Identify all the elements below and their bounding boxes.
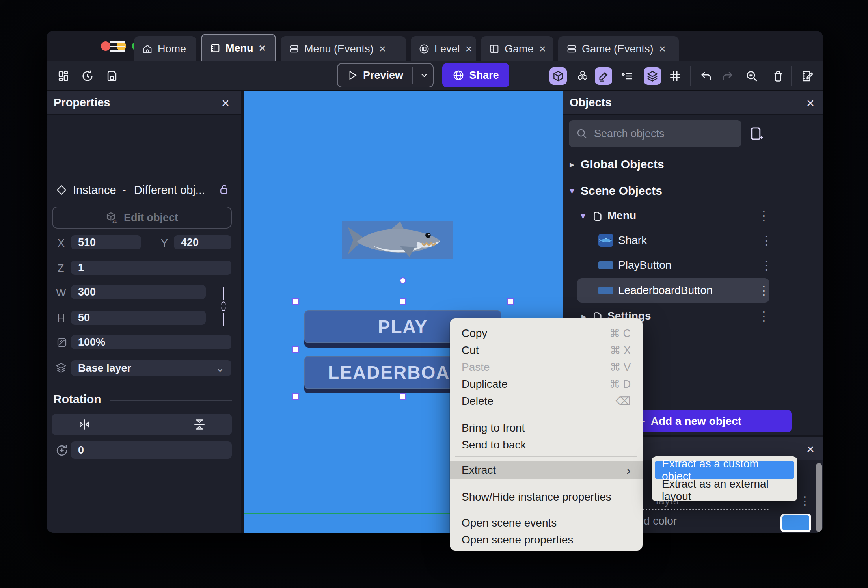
z-label: Z [58,262,64,275]
objects-panel-toggle[interactable] [549,67,567,85]
link-chain-icon[interactable] [218,300,229,312]
h-input[interactable] [71,311,206,325]
kebab-menu-icon[interactable]: ⋮ [758,283,770,298]
tab-bar: Home Menu × Menu (Events) × Level × Game [47,31,823,61]
menu-item-open-scene-events[interactable]: Open scene events [450,514,643,531]
global-objects-group[interactable]: ▸ Global Objects [563,154,823,175]
menu-item-cut[interactable]: Cut⌘ X [450,342,643,359]
menu-item-duplicate[interactable]: Duplicate⌘ D [450,376,643,393]
tab-close-icon[interactable]: × [539,42,546,56]
selection-handle[interactable] [292,298,299,305]
menu-item-label: Extract as an external layout [662,478,787,503]
instance-properties-button[interactable] [618,67,637,85]
submenu-item-extract-custom-object[interactable]: Extract as a custom object [655,461,794,479]
x-input[interactable] [71,235,141,249]
save-button[interactable] [105,67,119,85]
submenu-item-extract-external-layout[interactable]: Extract as an external layout [655,481,794,499]
menu-item-extract[interactable]: Extract› [450,461,643,479]
kebab-menu-icon[interactable]: ⋮ [799,494,811,508]
unlock-icon[interactable] [218,183,230,195]
menu-item-send-to-back[interactable]: Send to back [450,436,643,453]
redo-button[interactable] [719,67,735,85]
redo-icon [721,69,734,83]
tab-label: Game [505,43,534,55]
scrollbar-thumb[interactable] [816,463,822,532]
tab-menu[interactable]: Menu × [201,34,276,61]
z-input[interactable] [71,261,231,275]
tree-row-shark[interactable]: Shark ⋮ [563,228,823,253]
layers-panel-toggle[interactable] [644,67,661,85]
chevron-down-icon[interactable] [419,70,429,80]
menu-item-open-scene-properties[interactable]: Open scene properties [450,531,643,548]
tab-game-events[interactable]: Game (Events) × [558,36,679,61]
tab-menu-events[interactable]: Menu (Events) × [281,36,406,61]
history-button[interactable] [80,67,95,85]
play-button-label: PLAY [378,316,428,337]
tree-row-menu-folder[interactable]: ▾ Menu ⋮ [563,203,823,228]
menu-item-delete[interactable]: Delete⌫ [450,393,643,409]
y-input[interactable] [174,235,231,249]
background-color-swatch[interactable] [780,514,811,532]
kebab-menu-icon[interactable]: ⋮ [758,208,770,223]
preview-button[interactable]: Preview [337,63,434,87]
trash-icon [772,70,784,82]
search-input[interactable] [593,127,725,140]
tab-game[interactable]: Game × [481,36,553,61]
main-menu-icon[interactable] [110,41,125,52]
selection-handle[interactable] [292,393,299,400]
flip-horizontal-icon[interactable] [77,418,91,431]
tab-close-icon[interactable]: × [659,42,666,56]
menu-item-copy[interactable]: Copy⌘ C [450,325,643,342]
selection-handle[interactable] [400,298,406,305]
instances-list-button[interactable] [574,67,591,85]
pencil-icon [597,70,610,82]
close-icon[interactable]: × [222,95,229,111]
menu-item-label: Show/Hide instance properties [462,491,611,503]
edit-object-button[interactable]: 2D Edit object [52,207,232,229]
undo-button[interactable] [698,67,714,85]
backspace-icon: ⌫ [616,395,631,408]
rotation-title: Rotation [53,393,101,406]
zoom-in-icon [745,69,758,83]
project-manager-button[interactable] [56,67,70,85]
selection-handle[interactable] [400,393,406,400]
tab-close-icon[interactable]: × [379,42,386,56]
flip-vertical-icon[interactable] [192,418,207,431]
add-folder-icon[interactable] [748,125,765,142]
close-icon[interactable]: × [807,95,814,111]
delete-button[interactable] [770,67,786,85]
tree-row-playbutton[interactable]: PlayButton ⋮ [563,253,823,278]
tab-close-icon[interactable]: × [259,41,266,55]
flip-toolbar [52,414,232,435]
kebab-menu-icon[interactable]: ⋮ [760,258,773,273]
shark-sprite[interactable] [342,221,453,259]
menu-item-bring-to-front[interactable]: Bring to front [450,419,643,436]
selection-handle[interactable] [507,298,514,305]
w-input[interactable] [71,285,206,299]
menu-item-label: Copy [462,327,487,340]
tree-row-leaderboardbutton[interactable]: LeaderboardButton ⋮ [577,278,769,303]
scene-objects-group[interactable]: ▾ Scene Objects [563,180,823,201]
close-icon[interactable]: × [807,441,814,457]
traffic-close-button[interactable] [101,41,110,51]
search-box[interactable] [569,120,741,147]
tab-home[interactable]: Home [134,36,196,61]
opacity-icon [56,337,68,348]
zoom-button[interactable] [744,67,760,85]
edit-scene-properties-button[interactable] [799,67,816,85]
kebab-menu-icon[interactable]: ⋮ [760,233,773,248]
tab-level[interactable]: Level × [411,36,476,61]
rotation-input[interactable] [71,441,232,459]
menu-item-show-hide-instance-properties[interactable]: Show/Hide instance properties [450,488,643,505]
properties-panel-toggle[interactable] [595,67,612,85]
rotation-handle[interactable] [400,277,406,284]
kebab-menu-icon[interactable]: ⋮ [758,309,770,324]
edit-object-label: Edit object [124,212,178,224]
tab-close-icon[interactable]: × [466,42,473,56]
layer-select[interactable]: Base layer ⌄ [71,360,231,376]
selection-handle[interactable] [292,346,299,353]
share-button[interactable]: Share [442,63,509,87]
w-label: W [56,287,66,299]
opacity-input[interactable] [71,335,231,349]
grid-button[interactable] [667,67,684,85]
